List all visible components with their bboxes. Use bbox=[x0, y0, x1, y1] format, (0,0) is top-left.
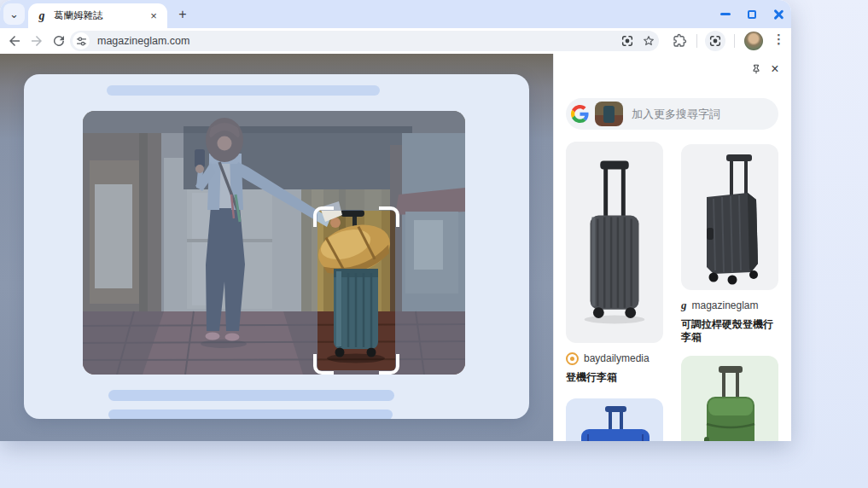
maximize-button[interactable] bbox=[746, 9, 758, 20]
back-button[interactable] bbox=[7, 33, 22, 49]
reload-button[interactable] bbox=[51, 33, 67, 49]
google-logo-icon bbox=[571, 105, 589, 123]
address-bar[interactable]: magazineglam.com bbox=[70, 31, 659, 51]
browser-tab[interactable]: g 葛蘭姆雜誌 × bbox=[28, 3, 167, 28]
query-image-thumbnail bbox=[595, 102, 623, 126]
lens-icon bbox=[708, 34, 722, 48]
chevron-down-icon: ⌄ bbox=[9, 8, 19, 20]
product-image-gray-suitcase bbox=[566, 142, 663, 343]
minimize-icon bbox=[720, 13, 731, 15]
tab-search-button[interactable]: ⌄ bbox=[3, 3, 25, 25]
close-icon bbox=[773, 9, 784, 20]
toolbar-divider bbox=[734, 34, 735, 48]
tune-icon bbox=[76, 36, 87, 47]
article-card bbox=[24, 74, 529, 419]
lens-side-panel: × 加入更多搜尋字詞 bbox=[553, 54, 791, 441]
kebab-icon: ⋮ bbox=[772, 32, 785, 46]
toolbar-divider bbox=[696, 34, 697, 48]
search-placeholder: 加入更多搜尋字詞 bbox=[632, 107, 720, 122]
maximize-icon bbox=[748, 10, 756, 19]
source-favicon-icon: g bbox=[681, 299, 687, 312]
product-image-dark-suitcase bbox=[681, 144, 778, 290]
selection-corner-icon bbox=[379, 354, 399, 375]
product-image-green-suitcase bbox=[681, 356, 778, 441]
menu-button[interactable]: ⋮ bbox=[772, 32, 785, 47]
selection-corner-icon bbox=[379, 206, 399, 227]
source-name: magazineglam bbox=[692, 299, 759, 311]
photo-woman-with-luggage bbox=[83, 111, 465, 375]
close-icon: × bbox=[771, 61, 778, 77]
close-window-button[interactable] bbox=[772, 9, 784, 20]
url-text: magazineglam.com bbox=[97, 35, 189, 47]
window-controls bbox=[719, 0, 784, 28]
minimize-button[interactable] bbox=[719, 9, 731, 20]
browser-toolbar: magazineglam.com bbox=[0, 28, 791, 54]
plus-icon: + bbox=[178, 7, 186, 22]
profile-avatar-button[interactable] bbox=[744, 32, 763, 50]
panel-close-button[interactable]: × bbox=[767, 61, 783, 77]
tab-strip: ⌄ g 葛蘭姆雜誌 × + bbox=[0, 0, 791, 28]
tab-title: 葛蘭姆雜誌 bbox=[54, 9, 147, 22]
close-icon: × bbox=[150, 9, 157, 22]
skeleton-line bbox=[107, 85, 380, 96]
hero-photo[interactable] bbox=[83, 111, 465, 375]
lens-search-chip[interactable]: 加入更多搜尋字詞 bbox=[566, 98, 778, 130]
product-card[interactable] bbox=[681, 356, 778, 441]
site-favicon: g bbox=[35, 9, 49, 23]
bookmark-star-button[interactable] bbox=[642, 34, 655, 48]
lens-selection-region[interactable] bbox=[317, 211, 395, 370]
browser-window: ⌄ g 葛蘭姆雜誌 × + bbox=[0, 0, 791, 441]
panel-pin-button[interactable] bbox=[749, 61, 764, 77]
webpage-lens-overlay bbox=[0, 54, 553, 441]
skeleton-line bbox=[108, 410, 393, 419]
product-title[interactable]: 登機行李箱 bbox=[566, 371, 663, 384]
source-name: baydailymedia bbox=[584, 352, 650, 364]
site-settings-button[interactable] bbox=[73, 32, 90, 49]
selection-corner-icon bbox=[313, 206, 334, 227]
skeleton-line bbox=[108, 390, 394, 401]
product-title[interactable]: 可調拉桿硬殼登機行李箱 bbox=[681, 318, 778, 344]
results-column-left: baydailymedia 登機行李箱 bbox=[566, 142, 663, 441]
results-column-right: g magazineglam 可調拉桿硬殼登機行李箱 bbox=[681, 144, 778, 441]
selection-corner-icon bbox=[313, 354, 334, 375]
lens-address-button[interactable] bbox=[620, 34, 634, 48]
forward-button[interactable] bbox=[29, 33, 44, 49]
pin-icon bbox=[750, 63, 762, 75]
product-card[interactable] bbox=[566, 142, 663, 343]
product-card[interactable] bbox=[681, 144, 778, 290]
new-tab-button[interactable]: + bbox=[174, 6, 191, 23]
product-card[interactable] bbox=[566, 398, 663, 441]
product-image-blue-suitcase bbox=[566, 398, 663, 441]
extensions-button[interactable] bbox=[672, 33, 687, 49]
source-favicon-icon bbox=[566, 352, 579, 365]
lens-toolbar-button[interactable] bbox=[705, 31, 725, 51]
tab-close-button[interactable]: × bbox=[147, 9, 160, 23]
result-source-row[interactable]: baydailymedia bbox=[566, 351, 663, 365]
result-source-row[interactable]: g magazineglam bbox=[681, 299, 778, 312]
window-content: × 加入更多搜尋字詞 bbox=[0, 54, 791, 441]
